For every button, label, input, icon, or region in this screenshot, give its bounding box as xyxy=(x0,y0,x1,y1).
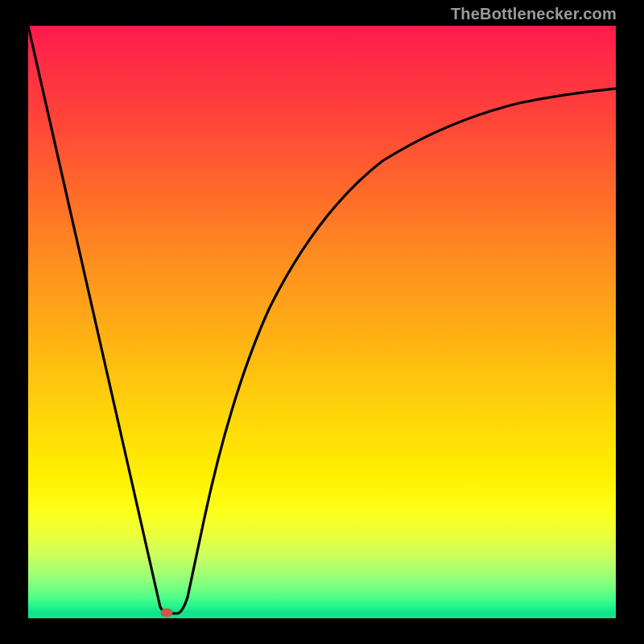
plot-area xyxy=(28,26,616,618)
bottleneck-curve xyxy=(28,26,616,618)
watermark-text: TheBottlenecker.com xyxy=(451,5,617,23)
chart-frame: TheBottlenecker.com xyxy=(0,0,644,644)
optimal-point-marker xyxy=(161,609,173,617)
curve-path xyxy=(28,26,616,613)
